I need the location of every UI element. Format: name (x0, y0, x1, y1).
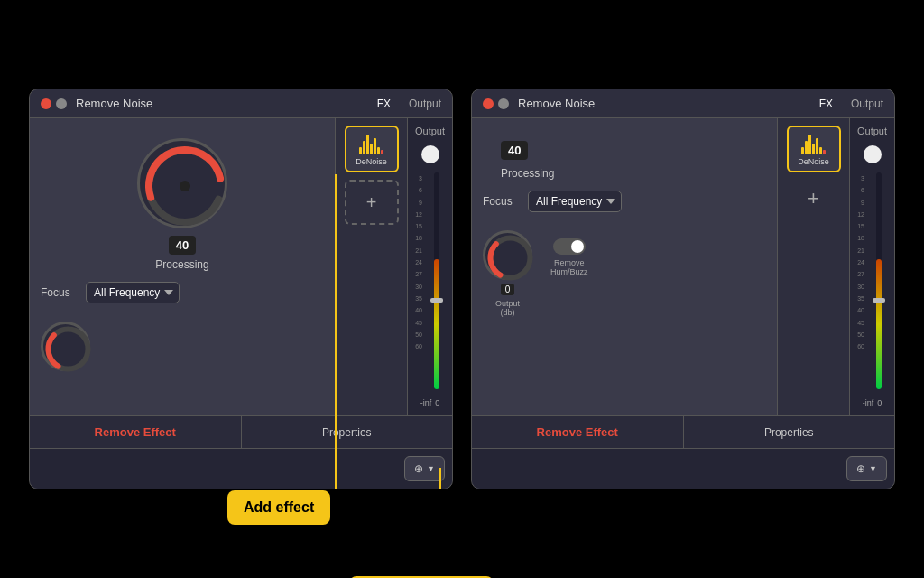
main-knob-container-left: 40 Processing (41, 138, 324, 271)
output-section-right: Output 369121518212427303540455060 (849, 118, 894, 415)
output-label-right: Output (857, 126, 887, 136)
focus-row-left: Focus All Frequency (41, 282, 324, 303)
panel-footer-right: ⊕ ▼ (472, 448, 894, 489)
meter-thumb-right[interactable] (873, 298, 885, 303)
traffic-lights-left (41, 98, 67, 109)
meter-thumb-left[interactable] (430, 298, 443, 303)
inf-label-right: -inf (863, 398, 874, 407)
panel-body-right: 40 Processing Focus All Frequency (472, 118, 894, 415)
meter-output-right: Output 369121518212427303540455060 (849, 118, 894, 415)
panel-title-left: Remove Noise (76, 97, 368, 110)
fx-section-right: 40 Processing Focus All Frequency (472, 118, 777, 415)
small-knob-left[interactable] (41, 322, 90, 371)
action-row-right: Remove Effect Properties (472, 415, 894, 448)
filters-icon-right: ⊕ (856, 462, 865, 475)
traffic-lights-right (483, 98, 509, 109)
tab-fx-right[interactable]: FX (819, 98, 833, 110)
knob-value-right: 40 (501, 141, 528, 160)
processing-display-right: 40 Processing (501, 134, 766, 180)
panel-header-right: Remove Noise FX Output (472, 89, 894, 118)
remove-hum-label: RemoveHum/Buzz (550, 258, 588, 276)
meter-bars-right: 369121518212427303540455060 (854, 169, 891, 393)
focus-label-right: Focus (483, 195, 519, 208)
properties-btn-left[interactable]: Properties (242, 415, 453, 448)
plugin-panel-left: Remove Noise FX Output (29, 89, 453, 489)
output-circle-left (421, 145, 439, 163)
focus-row-right: Focus All Frequency (483, 191, 766, 212)
filters-chevron-right: ▼ (869, 464, 877, 473)
fx-plugin-denoise-right[interactable]: DeNoise (787, 126, 841, 172)
traffic-light-yellow-right (498, 98, 509, 109)
plus-icon-left: + (366, 192, 377, 213)
small-value-right: 0 (501, 284, 515, 295)
fx-add-plus-right[interactable]: + (808, 187, 819, 210)
filters-effects-btn-left[interactable]: ⊕ ▼ (404, 456, 445, 481)
remove-effect-btn-left[interactable]: Remove Effect (30, 415, 242, 448)
tab-output-left[interactable]: Output (409, 98, 441, 110)
filters-effects-btn-right[interactable]: ⊕ ▼ (846, 456, 887, 481)
output-section-left: Output 369121518212427303540455060 (407, 118, 452, 415)
output-knob-group: 0 Output(db) (483, 230, 532, 317)
bottom-controls-right: 0 Output(db) RemoveHum/Buzz (483, 230, 766, 317)
fx-add-box-left[interactable]: + (345, 180, 399, 225)
bottom-knobs-left (41, 322, 324, 371)
output-label-left: Output (415, 126, 445, 136)
waveform-icon-right (801, 132, 826, 154)
panel-tabs-left: FX Output (377, 98, 441, 110)
properties-btn-right[interactable]: Properties (684, 415, 895, 448)
zero-label-right: 0 (877, 398, 882, 407)
small-knob-right[interactable] (483, 230, 532, 280)
fx-plugin-label-right: DeNoise (798, 157, 829, 166)
meter-bottom-left: -inf 0 (420, 398, 440, 407)
knob-value-left: 40 (169, 236, 196, 255)
svg-point-5 (180, 181, 190, 191)
main-knob-left[interactable] (137, 138, 227, 228)
fx-column-left: DeNoise + (335, 118, 407, 415)
output-circle-right (864, 145, 882, 163)
zero-label-left: 0 (435, 398, 439, 407)
inf-label-left: -inf (420, 398, 432, 407)
knob-label-left: Processing (155, 258, 208, 271)
focus-select-right[interactable]: All Frequency (528, 191, 622, 212)
panel-footer-left: ⊕ ▼ (30, 448, 452, 489)
meter-bottom-right: -inf 0 (863, 398, 882, 407)
focus-label-left: Focus (41, 286, 77, 299)
filters-icon-left: ⊕ (414, 462, 423, 475)
add-effect-tooltip-text: Add effect (227, 490, 330, 525)
hum-toggle-group: RemoveHum/Buzz (550, 234, 588, 276)
waveform-icon-left (359, 132, 383, 154)
panel-header-left: Remove Noise FX Output (30, 89, 452, 118)
meter-bars-left: 369121518212427303540455060 (411, 169, 448, 393)
traffic-light-red-left[interactable] (41, 98, 51, 109)
action-row-left: Remove Effect Properties (30, 415, 452, 448)
remove-effect-btn-right[interactable]: Remove Effect (472, 415, 684, 448)
output-db-label: Output(db) (495, 299, 520, 317)
fx-plugin-denoise-left[interactable]: DeNoise (345, 126, 399, 172)
traffic-light-red-right[interactable] (483, 98, 494, 109)
tab-fx-left[interactable]: FX (377, 98, 391, 110)
panel-title-right: Remove Noise (518, 97, 810, 110)
toggle-knob-right (571, 240, 584, 253)
focus-select-left[interactable]: All Frequency (86, 282, 180, 303)
plugin-panel-right: Remove Noise FX Output 40 Processing Foc… (471, 89, 895, 489)
panel-body-left: 40 Processing Focus All Frequency (30, 118, 452, 415)
traffic-light-yellow-left (56, 98, 67, 109)
filters-chevron-left: ▼ (427, 464, 435, 473)
knob-label-right: Processing (501, 167, 766, 180)
fx-plugin-label-left: DeNoise (356, 157, 387, 166)
hum-toggle[interactable] (553, 238, 586, 255)
panel-tabs-right: FX Output (819, 98, 883, 110)
fx-column-right: DeNoise + (777, 118, 849, 415)
fx-section-left: 40 Processing Focus All Frequency (30, 118, 335, 415)
tab-output-right[interactable]: Output (851, 98, 883, 110)
meter-output-left: Output 369121518212427303540455060 (407, 118, 452, 415)
